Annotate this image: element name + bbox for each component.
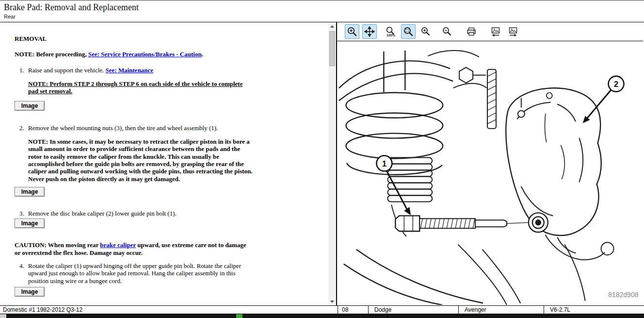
taskbar-fragment (0, 314, 6, 318)
scroll-down-button[interactable] (328, 298, 336, 305)
figure-pane: 100% (337, 22, 643, 305)
step-3-number: 3. (19, 210, 24, 217)
brake-caliper-link[interactable]: brake caliper (100, 241, 136, 249)
image-button[interactable]: Image (15, 187, 45, 197)
zoom-out-step-icon (442, 26, 452, 37)
status-coverage: Domestic #1 1982-2012 Q3-12 (0, 306, 338, 314)
next-image-icon (508, 26, 518, 37)
next-image-button[interactable] (506, 24, 520, 39)
zoom-window-button[interactable] (401, 24, 416, 39)
image-button[interactable]: Image (15, 101, 45, 111)
zoom-in-icon (347, 26, 357, 37)
zoom-100-icon: 100% (386, 26, 396, 37)
status-make: Dodge (369, 306, 459, 314)
intro-note: NOTE: Before proceeding, See: Service Pr… (15, 50, 257, 58)
callout-1: 1 (382, 159, 386, 168)
step-2-note: NOTE: In some cases, it may be necessary… (28, 138, 255, 183)
step-2: 2. Remove the wheel mounting nuts (3), t… (19, 124, 247, 132)
zoom-window-icon (403, 26, 414, 37)
status-year: 08 (338, 306, 369, 314)
intro-note-text: NOTE: Before proceeding, (15, 50, 88, 58)
step-1-note: NOTE: Perform STEP 2 through STEP 6 on e… (28, 80, 250, 95)
procedure-pane: REMOVAL NOTE: Before proceeding, See: Se… (0, 22, 337, 305)
status-engine: V6-2.7L (544, 306, 644, 314)
precautions-link[interactable]: See: Service Precautions/Brakes - Cautio… (88, 50, 202, 58)
figure-toolbar: 100% (337, 22, 643, 41)
step-2-number: 2. (19, 124, 24, 132)
taskbar-strip (0, 314, 644, 318)
step-2-text: Remove the wheel mounting nuts (3), then… (28, 124, 218, 132)
previous-image-button[interactable] (488, 24, 503, 39)
print-icon (466, 26, 477, 37)
step-4-number: 4. (19, 262, 24, 269)
zoom-in-step-button[interactable] (419, 24, 433, 39)
caution-note: CAUTION: When moving rear brake caliper … (15, 241, 253, 256)
service-manual-window: Brake Pad: Removal and Replacement Rear … (0, 0, 644, 318)
maintenance-link[interactable]: See: Maintenance (106, 67, 154, 74)
figure-code: 8182d908 (608, 291, 638, 299)
step-4-text: Rotate the caliper (1) upward hinging of… (28, 262, 241, 285)
zoom-out-step-button[interactable] (440, 24, 454, 39)
document-header: Brake Pad: Removal and Replacement Rear (0, 0, 644, 22)
previous-image-icon (490, 26, 501, 37)
zoom-in-step-icon (420, 26, 431, 37)
page-subtitle: Rear (4, 14, 644, 19)
step-1-text: Raise and support the vehicle. (28, 67, 106, 74)
step-4: 4. Rotate the caliper (1) upward hinging… (19, 262, 242, 285)
step-3: 3. Remove the disc brake caliper (2) low… (19, 210, 247, 217)
image-button[interactable]: Image (15, 287, 45, 297)
print-button[interactable] (464, 24, 479, 39)
scrollbar-thumb[interactable] (329, 31, 335, 66)
step-1-number: 1. (19, 67, 24, 74)
scroll-up-button[interactable] (328, 22, 336, 30)
image-button[interactable]: Image (15, 218, 45, 228)
taskbar-fragment (236, 314, 242, 318)
zoom-in-button[interactable] (345, 24, 359, 39)
status-model: Avenger (459, 306, 544, 314)
step-1: 1. Raise and support the vehicle. See: M… (19, 67, 247, 74)
caution-text: CAUTION: When moving rear (15, 241, 100, 249)
procedure-article: REMOVAL NOTE: Before proceeding, See: Se… (0, 22, 272, 297)
page-title: Brake Pad: Removal and Replacement (4, 2, 644, 13)
zoom-100-button[interactable]: 100% (384, 24, 398, 39)
left-pane-scrollbar[interactable] (328, 22, 336, 305)
pan-icon (364, 26, 375, 37)
callout-2: 2 (614, 80, 618, 89)
scrollbar-track[interactable] (328, 30, 336, 298)
svg-text:100%: 100% (386, 33, 396, 37)
status-bar: Domestic #1 1982-2012 Q3-12 08 Dodge Ave… (0, 305, 644, 314)
brake-caliper-diagram: 1 2 8182d908 (337, 41, 643, 305)
figure-canvas[interactable]: 1 2 8182d908 (337, 41, 643, 305)
down-arrow-icon (330, 301, 334, 303)
pan-button[interactable] (362, 24, 377, 39)
intro-note-period: . (202, 50, 203, 58)
section-heading: REMOVAL (15, 35, 272, 42)
up-arrow-icon (330, 25, 334, 28)
step-3-text: Remove the disc brake caliper (2) lower … (28, 210, 177, 217)
